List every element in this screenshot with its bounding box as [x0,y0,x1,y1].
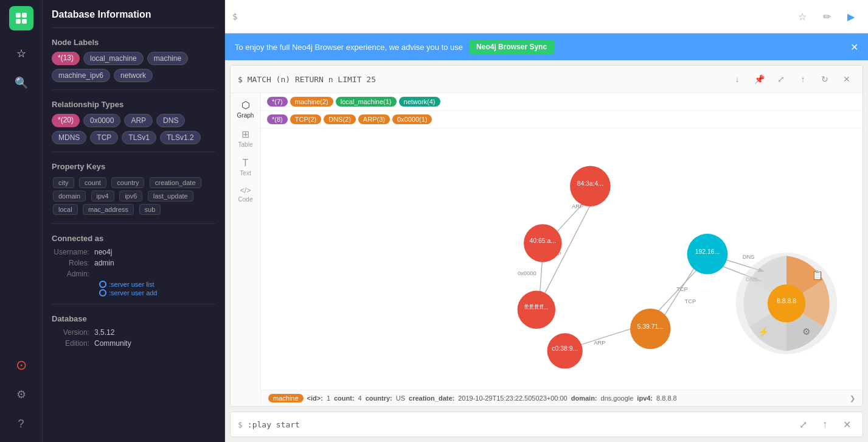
username-row: Username: neo4j [52,248,215,256]
rel-type-tcp[interactable]: TCP [90,131,118,144]
rel-type-tlsv12[interactable]: TLSv1.2 [160,131,201,144]
close-result-btn[interactable]: ✕ [838,71,855,88]
tab-text[interactable]: T Text [232,154,259,180]
filter-tcp-rels[interactable]: TCP(2) [290,114,321,124]
prop-country[interactable]: country [111,177,144,188]
roles-label: Roles: [52,259,94,267]
play-up-icon[interactable]: ↑ [816,416,833,433]
node-ff-ff[interactable] [518,291,555,329]
node-labels-group: *(13) local_machine machine machine_ipv6… [52,52,215,82]
edition-row: Edition: Community [52,339,215,348]
play-dollar-sign: $ [238,420,243,429]
favorite-btn[interactable]: ☆ [793,7,812,26]
property-keys-group: city count country creation_date domain … [52,176,215,216]
status-country-value: US [396,395,405,402]
table-tab-label: Table [238,141,253,148]
filter-dns-rels[interactable]: DNS(2) [324,114,356,124]
filter-0x0000-rels[interactable]: 0x0000(1) [392,114,432,124]
status-chevron-icon[interactable]: ❯ [850,395,855,402]
play-close-icon[interactable]: ✕ [838,416,855,433]
result-body: ⬡ Graph ⊞ Table T Text </> Code [231,93,863,406]
prop-ipv4[interactable]: ipv4 [91,191,114,202]
status-id-label: <id>: [307,395,323,402]
sidebar-title: Database Information [52,9,215,20]
server-user-add-link[interactable]: :server user add [99,289,215,296]
code-tab-icon: </> [240,186,251,195]
filter-all-nodes[interactable]: *(7) [267,97,288,107]
filter-arp-rels[interactable]: ARP(3) [358,114,390,124]
prop-domain[interactable]: domain [53,191,86,202]
tab-table[interactable]: ⊞ Table [232,125,259,152]
download-btn[interactable]: ↓ [729,71,746,88]
prop-sub[interactable]: sub [139,204,161,215]
filter-machine-nodes[interactable]: machine(2) [290,97,333,107]
node-84-3a[interactable] [570,166,611,206]
prop-count[interactable]: count [79,177,106,188]
node-5-39[interactable] [630,309,671,349]
connected-section: Connected as Username: neo4j Roles: admi… [52,234,215,296]
prop-mac-address[interactable]: mac_address [83,204,134,215]
nav-help[interactable]: ? [9,412,33,436]
run-btn[interactable]: ▶ [841,7,861,26]
query-input[interactable] [242,12,788,21]
banner-close-btn[interactable]: ✕ [850,41,858,53]
link-dot-2 [99,289,106,296]
play-input[interactable] [248,420,790,429]
tab-code[interactable]: </> Code [232,183,259,206]
filter-all-rels[interactable]: *(8) [267,114,288,124]
graph-container: *(7) machine(2) local_machine(1) network… [261,93,863,406]
status-bar: machine <id>: 1 count: 4 country: US cre… [261,390,863,406]
node-label-network[interactable]: network [114,69,153,82]
rel-type-0x0000[interactable]: 0x0000 [83,114,120,127]
node-label-machine-ipv6[interactable]: machine_ipv6 [52,69,110,82]
refresh-btn[interactable]: ↻ [816,71,833,88]
node-40-65[interactable] [524,224,561,262]
prop-last-update[interactable]: last_update [148,191,193,202]
server-user-list-link[interactable]: :server user list [99,281,215,288]
roles-row: Roles: admin [52,259,215,267]
rel-type-dns[interactable]: DNS [156,114,185,127]
node-label-all[interactable]: *(13) [52,52,80,65]
clear-btn[interactable]: ✏ [817,7,836,26]
rel-type-mdns[interactable]: MDNS [52,131,86,144]
scroll-up-btn[interactable]: ↑ [794,71,811,88]
node-label-local-machine[interactable]: local_machine [83,52,144,65]
app-logo[interactable] [9,6,33,30]
graph-tab-label: Graph [237,112,254,119]
server-user-add-text: :server user add [109,289,157,296]
rel-type-arp[interactable]: ARP [124,114,153,127]
admin-label: Admin: [52,270,94,278]
username-value: neo4j [94,248,112,256]
status-country-label: country: [366,395,392,402]
graph-area[interactable]: ARP ARP 0x0000 ARP TCP [261,128,863,390]
nav-settings[interactable]: ⚙ [9,382,33,407]
node-label-machine[interactable]: machine [147,52,188,65]
pin-btn[interactable]: 📌 [751,71,768,88]
status-creation-value: 2019-10-29T15:23:22.505023+00:00 [458,395,568,402]
result-query-text: $ MATCH (n) RETURN n LIMIT 25 [238,75,724,84]
prop-city[interactable]: city [53,177,74,188]
node-192-168[interactable] [687,234,728,275]
text-tab-label: Text [240,170,251,177]
nav-search[interactable]: 🔍 [9,71,33,95]
play-expand-icon[interactable]: ⤢ [794,416,811,433]
filter-network-nodes[interactable]: network(4) [399,97,440,107]
expand-btn[interactable]: ⤢ [773,71,790,88]
server-user-list-text: :server user list [109,281,155,288]
rel-type-tlsv1[interactable]: TLSv1 [122,131,156,144]
nav-db-error[interactable]: ⊙ [9,353,33,377]
svg-rect-1 [22,13,27,18]
nav-star[interactable]: ☆ [9,41,33,66]
sync-button[interactable]: Neo4j Browser Sync [469,40,554,54]
pie-icon-2: ⚙ [802,327,810,337]
rel-type-all[interactable]: *(20) [52,114,80,127]
filter-local-machine-nodes[interactable]: local_machine(1) [336,97,397,107]
prop-creation-date[interactable]: creation_date [150,177,201,188]
graph-svg: ARP ARP 0x0000 ARP TCP [261,128,863,390]
node-c0-38[interactable] [547,333,583,368]
tab-graph[interactable]: ⬡ Graph [232,96,259,122]
prop-local[interactable]: local [53,204,78,215]
status-machine-badge[interactable]: machine [268,394,304,402]
node-8-8-8-8[interactable] [768,284,805,322]
prop-ipv6[interactable]: ipv6 [119,191,142,202]
